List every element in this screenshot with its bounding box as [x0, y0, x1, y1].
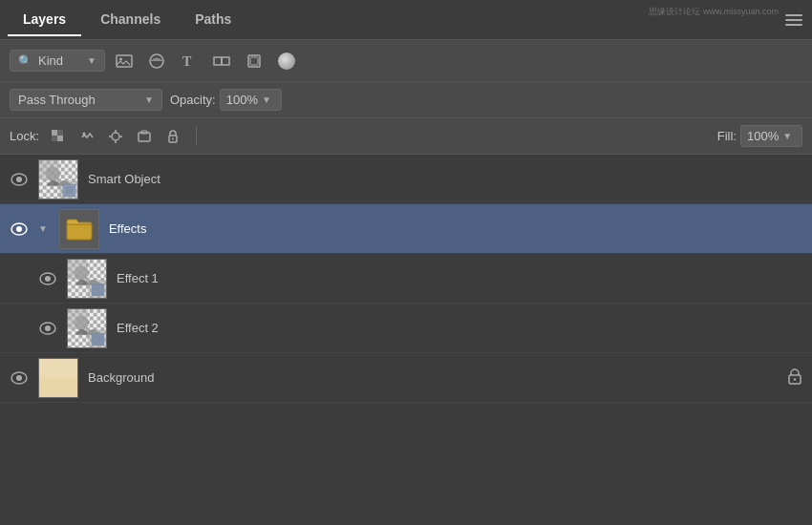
fill-arrow: ▼: [782, 131, 792, 141]
svg-point-57: [794, 378, 796, 380]
svg-point-35: [45, 276, 51, 282]
svg-text:T: T: [182, 54, 192, 69]
adjustment-filter-icon[interactable]: [143, 48, 170, 74]
image-filter-icon[interactable]: [111, 48, 138, 74]
lock-image-icon[interactable]: [75, 125, 98, 148]
svg-rect-31: [65, 185, 75, 195]
svg-rect-11: [57, 130, 63, 136]
svg-point-41: [75, 265, 89, 280]
opacity-label: Opacity:: [170, 93, 216, 107]
opacity-field[interactable]: 100% ▼: [220, 89, 282, 111]
svg-rect-40: [68, 260, 106, 298]
kind-label: Kind: [38, 53, 81, 68]
svg-rect-8: [52, 130, 57, 136]
thumbnail-background: [38, 358, 78, 398]
blend-row: Pass Through ▼ Opacity: 100% ▼: [0, 82, 812, 118]
layer-item-smart-object[interactable]: Smart Object: [0, 155, 812, 204]
mode-icon[interactable]: [273, 48, 300, 74]
layer-name-effects: Effects: [109, 221, 802, 236]
thumbnail-smart-object: [38, 159, 78, 200]
opacity-section: Opacity: 100% ▼: [170, 89, 282, 111]
opacity-value: 100%: [226, 93, 258, 107]
lock-row: Lock:: [0, 118, 812, 155]
svg-rect-10: [52, 136, 57, 141]
layer-item-effect2[interactable]: Effect 2: [0, 304, 812, 353]
svg-point-1: [119, 57, 122, 60]
svg-rect-51: [92, 332, 104, 345]
thumbnail-effects: [59, 209, 99, 249]
visibility-icon-smart-object[interactable]: [10, 170, 29, 189]
svg-rect-30: [63, 183, 75, 196]
shape-filter-icon[interactable]: [208, 48, 235, 74]
svg-point-21: [172, 137, 174, 139]
type-filter-icon[interactable]: T: [176, 48, 203, 74]
svg-rect-7: [250, 57, 258, 65]
layer-item-background[interactable]: Background: [0, 353, 812, 403]
lock-transparent-icon[interactable]: [47, 125, 70, 148]
lock-all-icon[interactable]: [161, 125, 184, 148]
folder-expand-icon[interactable]: ▼: [38, 223, 48, 234]
fill-field[interactable]: 100% ▼: [740, 125, 802, 147]
svg-point-53: [16, 375, 22, 381]
layer-item-effects[interactable]: ▼ Effects: [0, 204, 812, 254]
svg-point-29: [46, 166, 60, 180]
smart-object-filter-icon[interactable]: [241, 48, 267, 74]
layer-name-effect1: Effect 1: [117, 271, 802, 285]
tab-layers[interactable]: Layers: [8, 4, 81, 36]
layer-name-smart-object: Smart Object: [88, 172, 802, 186]
visibility-icon-effect1[interactable]: [38, 269, 57, 288]
opacity-arrow: ▼: [262, 94, 271, 105]
layer-item-effect1[interactable]: Effect 1: [0, 254, 812, 304]
thumbnail-effect2: [67, 308, 107, 348]
blend-mode-arrow: ▼: [144, 94, 154, 105]
visibility-icon-effect2[interactable]: [38, 319, 57, 338]
svg-rect-4: [214, 57, 222, 65]
tab-paths[interactable]: Paths: [180, 4, 246, 36]
kind-arrow: ▼: [87, 55, 96, 66]
svg-point-13: [112, 133, 119, 140]
fill-label: Fill:: [717, 129, 737, 143]
blend-mode-dropdown[interactable]: Pass Through ▼: [10, 89, 162, 111]
svg-rect-5: [222, 57, 229, 65]
fill-value: 100%: [747, 129, 779, 143]
svg-point-12: [83, 132, 86, 135]
kind-dropdown[interactable]: 🔍 Kind ▼: [10, 50, 105, 72]
layer-lock-icon-background: [787, 368, 802, 388]
svg-point-44: [45, 326, 51, 331]
fill-section: Fill: 100% ▼: [717, 125, 802, 147]
layers-list: Smart Object ▼ Effects: [0, 155, 812, 525]
layer-name-effect2: Effect 2: [117, 321, 802, 335]
visibility-icon-background[interactable]: [10, 368, 29, 388]
layers-panel: Layers Channels Paths 思缘设计论坛 www.missyua…: [0, 0, 812, 525]
panel-menu-icon[interactable]: [785, 14, 802, 26]
lock-artboard-icon[interactable]: [133, 125, 156, 148]
lock-fill-divider: [196, 127, 197, 146]
svg-rect-28: [39, 160, 77, 199]
watermark: 思缘设计论坛 www.missyuan.com: [649, 6, 779, 18]
svg-point-50: [75, 315, 89, 329]
layer-name-background: Background: [88, 370, 778, 385]
circle-shape: [278, 52, 295, 70]
svg-rect-9: [57, 136, 63, 141]
svg-point-23: [16, 177, 22, 182]
toolbar-row: 🔍 Kind ▼ T: [0, 40, 812, 82]
lock-label: Lock:: [10, 129, 39, 143]
svg-rect-42: [92, 283, 104, 295]
thumbnail-effect1: [67, 259, 107, 299]
tab-bar: Layers Channels Paths 思缘设计论坛 www.missyua…: [0, 0, 812, 40]
svg-rect-55: [39, 359, 78, 378]
lock-position-icon[interactable]: [104, 125, 127, 148]
blend-mode-label: Pass Through: [18, 93, 139, 107]
svg-point-33: [16, 226, 22, 232]
visibility-icon-effects[interactable]: [10, 220, 29, 239]
svg-rect-49: [68, 309, 106, 347]
search-icon: 🔍: [18, 54, 32, 68]
tab-channels[interactable]: Channels: [85, 4, 176, 36]
